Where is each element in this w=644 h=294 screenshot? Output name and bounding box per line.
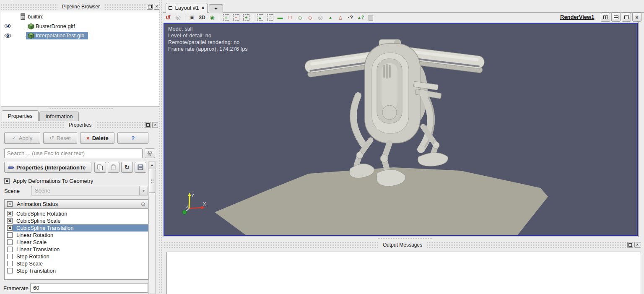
pipeline-tree[interactable]: builtin: BusterDrone.gltf InterpolationT… (1, 11, 159, 107)
list-item[interactable]: Linear Rotation (5, 232, 148, 239)
grow-selection-button[interactable]: ▲ (326, 13, 335, 22)
list-item[interactable]: Linear Translation (5, 246, 148, 253)
item-checkbox[interactable] (7, 268, 13, 273)
save-defaults-button[interactable] (135, 162, 146, 173)
item-checkbox[interactable] (7, 261, 13, 266)
output-messages-titlebar[interactable]: Output Messages × (164, 242, 641, 249)
clear-selection-button[interactable] (366, 13, 375, 22)
tab-new-layout[interactable]: + (209, 4, 223, 13)
maximize-view-button[interactable] (622, 13, 631, 22)
float-dock-button[interactable] (147, 4, 153, 10)
close-dock-button[interactable]: × (152, 122, 158, 128)
properties-scrollbar[interactable]: ▲ (148, 161, 156, 294)
list-item[interactable]: Step Scale (5, 260, 148, 267)
zoom-to-box-button[interactable]: ▣ (187, 13, 197, 22)
apply-deformations-checkbox[interactable] (4, 178, 10, 184)
item-label: Linear Scale (16, 239, 47, 245)
scene-combobox[interactable]: Scene ▾ (31, 186, 148, 195)
item-checkbox[interactable] (7, 218, 13, 224)
zoom-to-selection-button[interactable]: ◎ (316, 13, 325, 22)
list-item-selected[interactable]: CubicSpline Translation (5, 224, 148, 232)
list-item[interactable]: Step Rotation (5, 253, 148, 260)
hover-query-button[interactable]: ·? (346, 13, 355, 22)
scroll-thumb[interactable] (149, 169, 155, 193)
tree-row-interpolationtest[interactable]: InterpolationTest.glb (1, 32, 159, 40)
item-checkbox[interactable] (7, 211, 13, 216)
select-cells-on-button[interactable]: + (221, 13, 231, 22)
float-dock-button[interactable] (627, 242, 633, 248)
framerate-input[interactable] (30, 283, 148, 293)
list-item[interactable]: Linear Scale (5, 239, 148, 246)
item-checkbox[interactable] (7, 254, 13, 259)
vertical-splitter[interactable] (159, 0, 163, 294)
tree-row-busterdrone[interactable]: BusterDrone.gltf (1, 22, 159, 31)
horizontal-splitter[interactable] (377, 238, 432, 240)
tab-information[interactable]: Information (39, 112, 79, 121)
select-frustum-button[interactable]: ∴ (265, 13, 275, 22)
render-view[interactable]: X Y Z Mode: still Level-of-detail: no Re… (163, 22, 638, 237)
tab-label: Information (45, 113, 73, 120)
visibility-eye-icon[interactable] (4, 33, 11, 38)
zoom-to-data-button[interactable]: ◎ (174, 13, 183, 22)
select-polygon-points-button[interactable]: ◇ (306, 13, 315, 22)
renderview-title: RenderView1 (560, 14, 594, 20)
search-input[interactable] (4, 148, 143, 158)
reset-camera-button[interactable]: ↺ (164, 13, 173, 22)
delete-button[interactable]: ×Delete (80, 132, 114, 144)
toggle-all-checkbox[interactable] (7, 201, 13, 207)
paste-properties-button[interactable] (108, 162, 119, 173)
item-checkbox[interactable] (7, 247, 13, 252)
item-checkbox[interactable] (7, 225, 13, 231)
help-button[interactable]: ? (117, 132, 148, 144)
close-dock-button[interactable]: × (634, 242, 640, 248)
float-dock-button[interactable] (145, 122, 151, 128)
plus-icon: + (214, 5, 218, 12)
select-polygon-cells-button[interactable]: ◇ (296, 13, 305, 22)
list-item[interactable]: CubicSpline Rotation (5, 210, 148, 217)
pipeline-browser-titlebar[interactable]: Pipeline Browser × (1, 3, 161, 10)
properties-titlebar[interactable]: Properties × (1, 122, 159, 129)
split-vertical-icon (614, 16, 618, 19)
list-item[interactable]: Step Translation (5, 267, 148, 274)
item-checkbox[interactable] (7, 232, 13, 238)
circle-dot-icon[interactable]: ⊙ (141, 201, 145, 207)
adjust-camera-button[interactable]: ◉ (208, 13, 217, 22)
item-checkbox[interactable] (7, 239, 13, 245)
visibility-eye-icon[interactable] (4, 23, 11, 29)
animation-status-header[interactable]: Animation Status ⊙ (5, 200, 148, 209)
reset-button[interactable]: ↺Reset (43, 132, 78, 144)
interactive-query-button[interactable]: ▲? (356, 13, 365, 22)
select-points-on-button[interactable]: − (231, 13, 241, 22)
apply-button[interactable]: ✓Apply (4, 132, 40, 144)
tab-label: Layout #1 (175, 3, 199, 13)
grow-selection-icon: ▲ (328, 15, 333, 20)
toggle-2d-3d-button[interactable]: 3D (197, 13, 207, 22)
interactive-select-points-button[interactable]: □ (286, 13, 295, 22)
apply-deformations-row[interactable]: Apply Deformations To Geometry (4, 178, 93, 184)
tree-row-builtin[interactable]: builtin: (21, 13, 44, 20)
output-messages-area[interactable] (166, 252, 641, 294)
split-horizontal-button[interactable] (601, 13, 610, 22)
close-view-button[interactable]: × (632, 13, 641, 22)
properties-group-header[interactable]: Properties (InterpolationTe (4, 162, 91, 173)
float-icon (628, 243, 632, 247)
tab-properties[interactable]: Properties (2, 110, 39, 121)
select-cells-through-button[interactable]: ± (242, 13, 251, 22)
close-tab-icon[interactable]: × (202, 3, 205, 13)
select-block-button[interactable]: ▬ (275, 13, 285, 22)
select-cells-through-icon: ± (243, 14, 249, 21)
animation-status-list[interactable]: Animation Status ⊙ CubicSpline Rotation … (4, 199, 148, 280)
list-item[interactable]: CubicSpline Scale (5, 217, 148, 224)
select-points-through-button[interactable]: ▲ (255, 13, 265, 22)
search-options-button[interactable] (145, 148, 155, 158)
scroll-up-button[interactable]: ▲ (149, 162, 155, 168)
tab-layout-1[interactable]: Layout #1 × (166, 3, 208, 13)
reload-properties-button[interactable]: ↻ (121, 162, 133, 173)
split-vertical-button[interactable] (611, 13, 621, 22)
horizontal-splitter[interactable] (48, 108, 113, 110)
zoom-to-box-icon: ▣ (190, 14, 195, 21)
shrink-selection-button[interactable]: △ (336, 13, 345, 22)
copy-properties-button[interactable] (94, 162, 106, 173)
scene-label: Scene (4, 188, 20, 194)
render-viewport[interactable]: X Y Z Mode: still Level-of-detail: no Re… (164, 23, 638, 236)
